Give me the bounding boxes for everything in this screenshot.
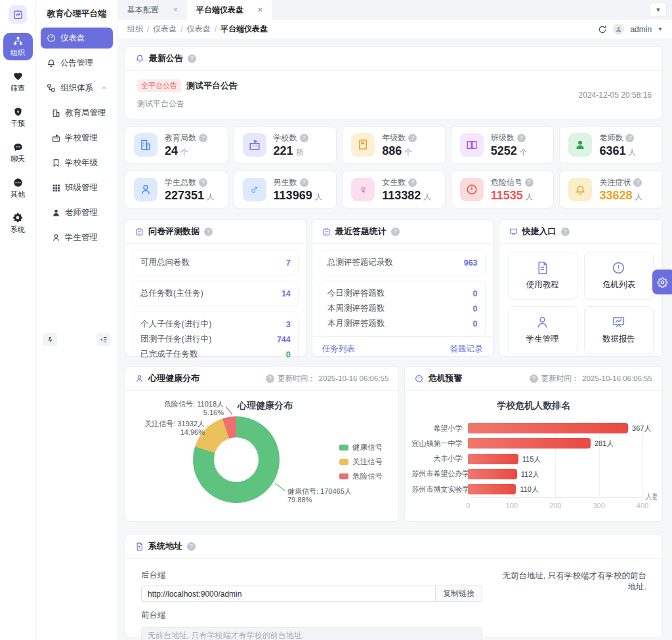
help-icon[interactable]: ? xyxy=(530,374,538,383)
chevron-down-icon[interactable]: ▼ xyxy=(658,26,663,32)
sidebar-item-bureau-mgmt[interactable]: 教育局管理 xyxy=(41,102,113,123)
chart-board-icon xyxy=(612,315,625,329)
help-icon[interactable]: ? xyxy=(517,134,526,142)
stat-school-count: 学校数? 221所 xyxy=(234,126,337,164)
survey-data-card: 问卷评测数据 ? 可用总问卷数7 总任务数(主任务)14 个人子任务(进行中)3… xyxy=(125,219,306,357)
announcement-badge: 全平台公告 xyxy=(137,79,181,92)
sidebar-item-school-mgmt[interactable]: 学校管理 xyxy=(41,127,113,148)
bar[interactable] xyxy=(468,454,518,464)
collapse-icon xyxy=(100,336,108,344)
stat-bureau-count: 教育局数? 24个 xyxy=(125,126,228,164)
org-icon xyxy=(13,36,23,46)
card-title: 最新公告 xyxy=(149,52,183,64)
settings-float-button[interactable] xyxy=(652,270,672,294)
help-icon[interactable]: ? xyxy=(199,178,207,187)
quick-tutorial-button[interactable]: 使用教程 xyxy=(508,252,578,300)
pie-label-healthy: 健康信号: 170465人79.88% xyxy=(287,487,352,504)
stat-male-count: ♂ 男生数? 113969人 xyxy=(234,170,337,209)
legend-item[interactable]: 关注信号 xyxy=(339,457,383,467)
help-icon[interactable]: ? xyxy=(188,54,196,63)
bar[interactable] xyxy=(468,438,591,449)
quick-student-mgmt-button[interactable]: 学生管理 xyxy=(508,306,578,354)
copy-link-button[interactable]: 复制链接 xyxy=(435,586,482,602)
rail-item-system[interactable]: 系统 xyxy=(3,210,33,237)
help-icon[interactable]: ? xyxy=(391,228,400,236)
bar[interactable] xyxy=(468,423,628,433)
bar-row: 希望小学367人 xyxy=(411,421,642,435)
kv-row: 总测评答题记录数963 xyxy=(327,255,478,270)
kv-row: 已完成子任务数0 xyxy=(140,347,291,362)
stat-danger-signal: 危险信号? 11535人 xyxy=(451,170,555,209)
task-list-link[interactable]: 任务列表 xyxy=(322,344,355,355)
help-icon[interactable]: ? xyxy=(199,134,207,142)
sidebar-item-teacher-mgmt[interactable]: 老师管理 xyxy=(41,202,113,223)
bar[interactable] xyxy=(468,484,516,494)
help-icon[interactable]: ? xyxy=(300,134,308,142)
legend-item[interactable]: 健康信号 xyxy=(339,443,383,452)
help-icon[interactable]: ? xyxy=(408,178,417,187)
quick-data-report-button[interactable]: 数据报告 xyxy=(584,306,654,354)
gear-icon xyxy=(657,277,668,288)
gear-icon xyxy=(12,212,23,223)
pin-sidebar-button[interactable] xyxy=(43,333,57,346)
chat-icon xyxy=(13,142,23,152)
help-icon[interactable]: ? xyxy=(300,178,308,187)
bar-row: 苏州市博文实验学校110人 xyxy=(411,482,642,496)
breadcrumb[interactable]: 组织 xyxy=(127,24,143,35)
sidebar-item-class-mgmt[interactable]: 班级管理 xyxy=(41,177,113,198)
school-icon xyxy=(52,134,60,142)
app-logo-icon[interactable] xyxy=(9,5,27,24)
frontend-url-input[interactable] xyxy=(141,627,482,640)
help-icon[interactable]: ? xyxy=(408,134,417,142)
rail-item-other[interactable]: 其他 xyxy=(3,174,33,202)
bar-row: 大丰小学115人 xyxy=(411,452,642,466)
answer-records-link[interactable]: 答题记录 xyxy=(450,344,483,355)
pin-icon xyxy=(47,336,54,344)
legend-item[interactable]: 危险信号 xyxy=(339,471,383,481)
bookmark-icon xyxy=(52,159,60,167)
help-icon[interactable]: ? xyxy=(561,228,570,236)
backend-label: 后台端 xyxy=(141,570,482,581)
breadcrumb[interactable]: 仪表盘 xyxy=(153,24,177,35)
rail-item-intervention[interactable]: 干预 xyxy=(3,104,33,131)
rail-item-org[interactable]: 组织 xyxy=(3,33,33,60)
help-icon[interactable]: ? xyxy=(625,134,634,142)
quick-entry-card: 快捷入口 ? 使用教程 危机列表 xyxy=(499,219,663,357)
rail-item-screening[interactable]: 筛查 xyxy=(3,68,33,96)
breadcrumb[interactable]: 仪表盘 xyxy=(187,24,211,35)
help-icon[interactable]: ? xyxy=(633,178,642,187)
help-icon[interactable]: ? xyxy=(187,542,196,551)
help-icon[interactable]: ? xyxy=(204,228,213,236)
refresh-icon[interactable] xyxy=(598,25,607,34)
school-icon xyxy=(243,133,266,157)
sidebar-item-dashboard[interactable]: 仪表盘 xyxy=(41,28,113,49)
tab-basic-config[interactable]: 基本配置× xyxy=(118,0,187,20)
pie-label-danger: 危险信号: 11018人5.16% xyxy=(128,400,224,417)
close-tab-icon[interactable]: × xyxy=(173,5,178,14)
card-title: 心理健康分布 xyxy=(148,372,200,384)
person-outline-icon xyxy=(135,374,144,383)
close-tab-icon[interactable]: × xyxy=(258,5,262,14)
avatar[interactable] xyxy=(613,24,624,35)
student-icon xyxy=(134,178,158,201)
tab-list-dropdown-button[interactable]: ▼ xyxy=(650,3,667,17)
sidebar-item-announcements[interactable]: 公告管理 xyxy=(41,52,113,73)
collapse-sidebar-button[interactable] xyxy=(96,333,111,346)
backend-url-input[interactable] xyxy=(141,586,435,602)
tab-platform-dashboard[interactable]: 平台端仪表盘× xyxy=(187,0,272,20)
help-icon[interactable]: ? xyxy=(525,178,534,187)
stat-student-total: 学生总数? 227351人 xyxy=(125,170,228,209)
presentation-icon xyxy=(509,228,518,236)
help-icon[interactable]: ? xyxy=(266,374,274,383)
sidebar-group-org-system[interactable]: 组织体系 xyxy=(41,77,113,98)
bar[interactable] xyxy=(468,469,516,479)
announcement-title[interactable]: 测试平台公告 xyxy=(186,80,238,92)
user-name[interactable]: admin xyxy=(630,25,652,34)
quick-crisis-list-button[interactable]: 危机列表 xyxy=(584,252,654,300)
book-icon xyxy=(351,133,375,157)
breadcrumb-bar: 组织/ 仪表盘/ 仪表盘/ 平台端仪表盘 admin ▼ xyxy=(118,20,672,39)
sidebar-item-student-mgmt[interactable]: 学生管理 xyxy=(41,227,113,248)
rail-item-chat[interactable]: 聊天 xyxy=(3,139,33,167)
mental-health-card: 心理健康分布 ?更新时间：2025-10-16 06:06:55 心理健康分布 … xyxy=(125,366,399,522)
sidebar-item-school-grade[interactable]: 学校年级 xyxy=(41,152,113,173)
